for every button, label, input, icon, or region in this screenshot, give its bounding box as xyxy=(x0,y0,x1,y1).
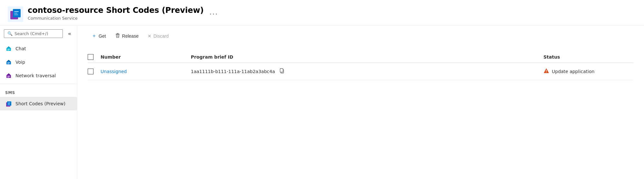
search-container: 🔍 Search (Cmd+/) « xyxy=(0,29,77,38)
svg-rect-8 xyxy=(7,49,10,50)
sidebar-item-short-codes[interactable]: Short Codes (Preview) xyxy=(0,97,77,110)
nav-divider xyxy=(0,84,77,84)
svg-rect-13 xyxy=(7,63,9,64)
header-number: Number xyxy=(101,54,191,60)
service-icon xyxy=(8,6,23,22)
svg-rect-23 xyxy=(117,33,119,34)
discard-button[interactable]: ✕ Discard xyxy=(144,32,172,41)
trash-icon xyxy=(115,33,120,39)
row-status-text: Update application xyxy=(552,69,594,74)
toolbar: ＋ Get Release ✕ Discard xyxy=(88,31,634,45)
svg-rect-5 xyxy=(14,14,18,15)
release-button[interactable]: Release xyxy=(111,31,142,41)
row-program-brief-id: 1aa1111b-b111-111a-11ab2a3abc4a xyxy=(191,68,543,75)
row-status: ! Update application xyxy=(543,68,634,75)
select-all-checkbox[interactable] xyxy=(88,54,93,60)
get-button-label: Get xyxy=(99,33,106,39)
header-program-brief-id: Program brief ID xyxy=(191,54,543,60)
sidebar-item-network-traversal[interactable]: Network traversal xyxy=(0,69,77,82)
release-button-label: Release xyxy=(122,33,139,39)
table-container: Number Program brief ID Status Unassigne… xyxy=(88,52,634,174)
program-id-value: 1aa1111b-b111-111a-11ab2a3abc4a xyxy=(191,69,275,74)
table-row: Unassigned 1aa1111b-b111-111a-11ab2a3abc… xyxy=(88,63,634,80)
svg-rect-28 xyxy=(280,69,283,72)
get-button[interactable]: ＋ Get xyxy=(88,31,110,41)
sidebar-item-short-codes-label: Short Codes (Preview) xyxy=(15,101,65,106)
svg-rect-24 xyxy=(116,34,120,34)
svg-rect-17 xyxy=(7,77,9,78)
row-checkbox-cell xyxy=(88,69,101,74)
x-icon: ✕ xyxy=(148,33,151,39)
sidebar-item-chat-label: Chat xyxy=(15,46,26,51)
header-checkbox-cell xyxy=(88,54,101,60)
table-header: Number Program brief ID Status xyxy=(88,52,634,63)
search-box[interactable]: 🔍 Search (Cmd+/) xyxy=(4,29,63,38)
header-status: Status xyxy=(543,54,634,60)
network-traversal-nav-icon xyxy=(5,72,12,79)
header-text-block: contoso-resource Short Codes (Preview) C… xyxy=(28,6,204,21)
main-layout: 🔍 Search (Cmd+/) « Chat Voip xyxy=(0,25,644,179)
sidebar-item-voip-label: Voip xyxy=(15,60,25,65)
svg-rect-3 xyxy=(14,11,19,12)
more-options-button[interactable]: ··· xyxy=(210,10,218,18)
svg-rect-9 xyxy=(7,50,9,51)
row-checkbox[interactable] xyxy=(88,69,93,74)
svg-rect-22 xyxy=(8,105,10,105)
row-number[interactable]: Unassigned xyxy=(101,69,191,74)
voip-nav-icon xyxy=(5,59,12,66)
search-icon: 🔍 xyxy=(7,31,13,36)
discard-button-label: Discard xyxy=(153,33,169,39)
svg-rect-4 xyxy=(14,13,17,14)
svg-rect-21 xyxy=(8,104,10,104)
svg-rect-16 xyxy=(7,76,10,77)
page-header: contoso-resource Short Codes (Preview) C… xyxy=(0,0,644,25)
search-placeholder: Search (Cmd+/) xyxy=(15,31,48,36)
sidebar-item-network-traversal-label: Network traversal xyxy=(15,73,56,78)
sidebar-item-chat[interactable]: Chat xyxy=(0,42,77,55)
sidebar-item-voip[interactable]: Voip xyxy=(0,55,77,69)
warning-icon: ! xyxy=(543,68,549,75)
svg-rect-20 xyxy=(8,103,10,103)
sidebar: 🔍 Search (Cmd+/) « Chat Voip xyxy=(0,25,77,179)
collapse-sidebar-button[interactable]: « xyxy=(66,30,73,37)
copy-icon[interactable] xyxy=(278,68,286,75)
page-subtitle: Communication Service xyxy=(28,16,204,21)
svg-rect-12 xyxy=(7,62,10,63)
plus-icon: ＋ xyxy=(92,33,97,39)
chat-nav-icon xyxy=(5,45,12,52)
svg-text:!: ! xyxy=(546,70,547,73)
page-title: contoso-resource Short Codes (Preview) xyxy=(28,6,204,15)
short-codes-nav-icon xyxy=(5,100,12,107)
content-area: ＋ Get Release ✕ Discard xyxy=(77,25,644,179)
sms-section-label: SMS xyxy=(0,85,77,97)
